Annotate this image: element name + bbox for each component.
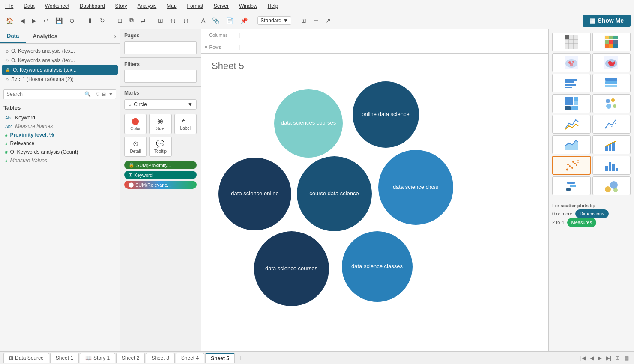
tab-first-btn[interactable]: |◀ [579, 354, 587, 362]
chart-dual-line[interactable] [592, 115, 631, 134]
chart-stacked-bar[interactable] [592, 74, 631, 92]
duplicate-btn[interactable]: ⧉ [127, 15, 136, 26]
bubble-data-science-courses[interactable]: data science courses [254, 231, 329, 306]
refresh-btn[interactable]: ↻ [97, 15, 108, 26]
detail-btn[interactable]: ⊙ Detail [124, 137, 147, 157]
chart-text-table[interactable] [552, 33, 591, 51]
back-btn[interactable]: ◀ [18, 15, 27, 26]
svg-rect-7 [605, 36, 609, 39]
show-me-button[interactable]: ▦ Show Me [583, 15, 631, 27]
add-tab-btn[interactable]: + [236, 354, 245, 362]
tab-sheet3[interactable]: Sheet 3 [146, 353, 174, 363]
fit-btn[interactable]: ⊞ [115, 15, 125, 26]
save-btn[interactable]: 💾 [53, 15, 65, 26]
group-btn[interactable]: ⊞ [156, 15, 166, 26]
tab-film-btn[interactable]: ▤ [622, 354, 631, 362]
pill-relevance[interactable]: ⬤ SUM(Relevanc... [124, 181, 197, 189]
menu-analysis[interactable]: Analysis [136, 2, 158, 10]
chart-histogram[interactable] [592, 156, 631, 175]
pill-keyword[interactable]: ⊞ Keyword [124, 171, 197, 179]
tab-sheet1[interactable]: Sheet 1 [50, 353, 79, 363]
present-btn[interactable]: ▭ [311, 15, 321, 26]
tab-data[interactable]: Data [0, 29, 26, 43]
field-keyword[interactable]: Abc Keyword [3, 113, 116, 122]
tab-data-source[interactable]: ⊞ Data Source [3, 353, 49, 363]
menu-story[interactable]: Story [114, 2, 129, 10]
pin-btn[interactable]: 📌 [238, 15, 250, 26]
bubble-online-data-science[interactable]: online data science [353, 81, 419, 148]
chart-scatter[interactable]: ++ [552, 156, 591, 175]
tooltip-btn[interactable]: 💬 Tooltip [149, 137, 171, 157]
menu-worksheet[interactable]: Worksheet [43, 2, 71, 10]
datasource-1[interactable]: ⊙ O. Keywords analysis (tex... [2, 46, 118, 56]
chart-filled-map[interactable] [592, 53, 631, 72]
chart-circle-view[interactable] [592, 94, 631, 113]
tab-sheet2[interactable]: Sheet 2 [116, 353, 145, 363]
more-btn[interactable]: ▼ [108, 91, 114, 98]
datasource-3[interactable]: 🔒 O. Keywords analysis (tex... [2, 65, 118, 75]
field-measure-values[interactable]: # Measure Values [3, 156, 116, 165]
tab-last-btn[interactable]: ▶| [604, 354, 613, 362]
search-input[interactable] [4, 90, 82, 99]
field-measure-names[interactable]: Abc Measure Names [3, 122, 116, 131]
sort-desc-btn[interactable]: ↓↑ [180, 15, 191, 26]
menu-server[interactable]: Server [212, 2, 230, 10]
menu-format[interactable]: Format [185, 2, 205, 10]
pages-shelf[interactable] [124, 41, 197, 54]
chart-highlight-table[interactable] [592, 33, 631, 51]
menu-file[interactable]: File [3, 2, 15, 10]
menu-help[interactable]: Help [266, 2, 280, 10]
field-proximity[interactable]: # Proximity level, % [3, 131, 116, 139]
chart-symbol-map[interactable] [552, 53, 591, 72]
undo-btn[interactable]: ↩ [41, 15, 51, 26]
color-btn[interactable]: ⬤ Color [124, 114, 147, 134]
pause-btn[interactable]: ⏸ [84, 15, 96, 26]
chart-gantt[interactable] [552, 176, 591, 195]
tooltip-btn[interactable]: 📄 [224, 15, 236, 26]
datasource-4[interactable]: ⊙ Лист1 (Новая таблица (2)) [2, 75, 118, 84]
pill-proximity[interactable]: 🔒 SUM(Proximity... [124, 161, 197, 169]
menu-dashboard[interactable]: Dashboard [78, 2, 107, 10]
size-btn[interactable]: ◉ Size [149, 114, 171, 134]
new-datasource-btn[interactable]: ⊕ [67, 15, 77, 26]
field-relevance[interactable]: # Relevance [3, 139, 116, 148]
chart-bar[interactable] [552, 74, 591, 92]
view-btn[interactable]: ⊞ [101, 91, 107, 98]
marks-type-select[interactable]: ○ Circle ▼ [124, 99, 197, 110]
standard-dropdown[interactable]: Standard ▼ [257, 16, 291, 25]
label-btn[interactable]: 🏷 Label [174, 114, 197, 134]
home-btn[interactable]: 🏠 [3, 15, 16, 26]
filter-btn[interactable]: ▽ [95, 91, 100, 98]
bubble-data-science-online[interactable]: data science online [218, 158, 291, 230]
share-btn[interactable]: ↗ [323, 15, 333, 26]
datasource-2[interactable]: ⊙ O. Keywords analysis (tex... [2, 56, 118, 65]
tab-next-btn[interactable]: ▶ [596, 354, 604, 362]
label-btn[interactable]: A [199, 15, 208, 26]
tab-analytics[interactable]: Analytics [26, 30, 64, 43]
tab-sheet4[interactable]: Sheet 4 [176, 353, 204, 363]
menu-data[interactable]: Data [22, 2, 36, 10]
tab-story1[interactable]: 📖 Story 1 [80, 353, 115, 363]
annotation-btn[interactable]: 📎 [209, 15, 222, 26]
forward-btn[interactable]: ▶ [29, 15, 39, 26]
chart-dual-combo[interactable] [592, 135, 631, 154]
chart-bubble[interactable] [592, 176, 631, 195]
bubble-course-data-science[interactable]: course data science [297, 156, 372, 231]
panel-close-btn[interactable]: › [111, 31, 120, 42]
menu-window[interactable]: Window [237, 2, 259, 10]
bubble-data-science-classes[interactable]: data science classes [342, 231, 413, 302]
tab-sheet5[interactable]: Sheet 5 [205, 353, 235, 363]
chart-btn[interactable]: ⊞ [299, 15, 309, 26]
chart-treemap[interactable] [552, 94, 591, 113]
field-count[interactable]: # O. Keywords analysis (Count) [3, 148, 116, 156]
tab-grid-btn[interactable]: ⊞ [614, 354, 622, 362]
chart-area[interactable] [552, 135, 591, 154]
swap-btn[interactable]: ⇄ [138, 15, 148, 26]
bubble-data-sciences-course[interactable]: data sciences courses [274, 89, 343, 158]
menu-map[interactable]: Map [165, 2, 178, 10]
tab-prev-btn[interactable]: ◀ [588, 354, 595, 362]
chart-line[interactable] [552, 115, 591, 134]
filters-shelf[interactable] [124, 70, 197, 83]
sort-asc-btn[interactable]: ↑↓ [167, 15, 179, 26]
bubble-data-science-class[interactable]: data science class [378, 150, 453, 225]
